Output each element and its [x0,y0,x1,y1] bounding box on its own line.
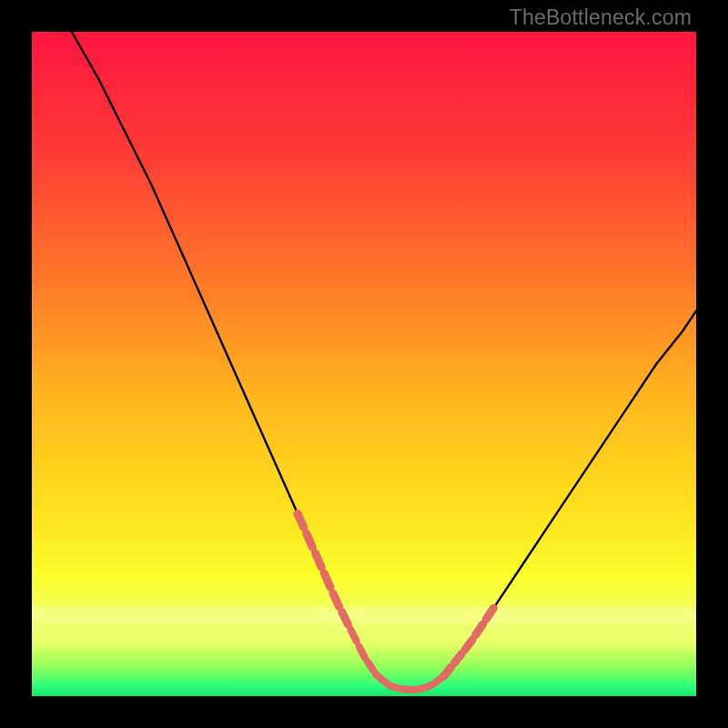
gradient-background [32,32,696,696]
watermark-text: TheBottleneck.com [510,5,692,30]
svg-line-4 [333,593,339,607]
svg-line-5 [342,612,349,625]
svg-line-2 [316,553,322,567]
svg-line-7 [359,647,365,658]
chart-frame [32,32,696,696]
pale-band [32,606,696,622]
svg-line-8 [368,662,373,670]
svg-line-17 [444,667,451,676]
svg-line-14 [419,688,424,690]
svg-line-11 [393,687,399,689]
svg-line-19 [465,640,472,650]
svg-line-1 [307,533,313,547]
svg-line-9 [376,674,381,680]
svg-line-12 [401,689,407,690]
svg-line-6 [350,630,356,641]
svg-line-3 [324,573,330,587]
svg-line-18 [454,654,461,663]
svg-line-16 [435,678,440,682]
svg-line-10 [385,682,390,686]
svg-line-15 [427,684,432,687]
svg-line-0 [298,513,304,527]
bottleneck-chart [32,32,696,696]
